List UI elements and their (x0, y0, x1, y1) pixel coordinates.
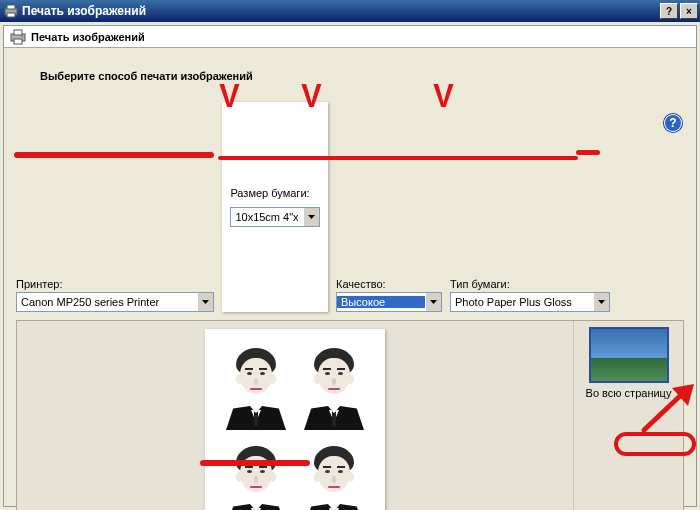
quality-combobox[interactable]: Высокое (336, 292, 442, 312)
dropdown-icon[interactable] (593, 293, 609, 311)
photo-thumb (299, 340, 369, 430)
wizard-title: Печать изображений (31, 31, 145, 43)
close-button[interactable]: × (680, 3, 698, 19)
paper-size-label: Размер бумаги: (230, 187, 319, 199)
photo-thumb (221, 340, 291, 430)
layout-thumb-fullpage[interactable] (589, 327, 669, 383)
print-preview (17, 321, 573, 510)
dropdown-icon[interactable] (197, 293, 213, 311)
wizard-header: Печать изображений (4, 26, 696, 48)
title-bar: Печать изображений ? × (0, 0, 700, 22)
printer-icon (10, 29, 26, 45)
paper-type-value: Photo Paper Plus Gloss (451, 296, 593, 308)
svg-marker-7 (202, 300, 209, 304)
preview-page (205, 329, 385, 510)
svg-marker-8 (308, 215, 315, 219)
svg-marker-9 (430, 300, 437, 304)
svg-marker-10 (598, 300, 605, 304)
paper-type-combobox[interactable]: Photo Paper Plus Gloss (450, 292, 610, 312)
paper-size-combobox[interactable]: 10x15cm 4"x (230, 207, 319, 227)
svg-rect-2 (7, 13, 15, 17)
photo-thumb (221, 438, 291, 510)
photo-thumb (299, 438, 369, 510)
dropdown-icon[interactable] (303, 208, 319, 226)
svg-rect-4 (14, 30, 22, 35)
svg-rect-5 (14, 39, 22, 44)
layout-label: Во всю страницу (586, 387, 672, 399)
dropdown-icon[interactable] (425, 293, 441, 311)
options-help-button[interactable]: ? (664, 114, 682, 132)
quality-value: Высокое (337, 296, 425, 308)
app-icon (4, 4, 18, 18)
printer-combobox[interactable]: Canon MP250 series Printer (16, 292, 214, 312)
quality-label: Качество: (336, 278, 442, 290)
printer-label: Принтер: (16, 278, 214, 290)
svg-point-6 (21, 35, 23, 37)
paper-type-label: Тип бумаги: (450, 278, 610, 290)
svg-rect-1 (7, 5, 15, 9)
instruction-text: Выберите способ печати изображений (4, 48, 696, 96)
help-button[interactable]: ? (660, 3, 678, 19)
printer-value: Canon MP250 series Printer (17, 296, 197, 308)
paper-size-value: 10x15cm 4"x (231, 211, 302, 223)
layout-list: Во всю страницу (573, 321, 683, 510)
window-title: Печать изображений (22, 4, 658, 18)
